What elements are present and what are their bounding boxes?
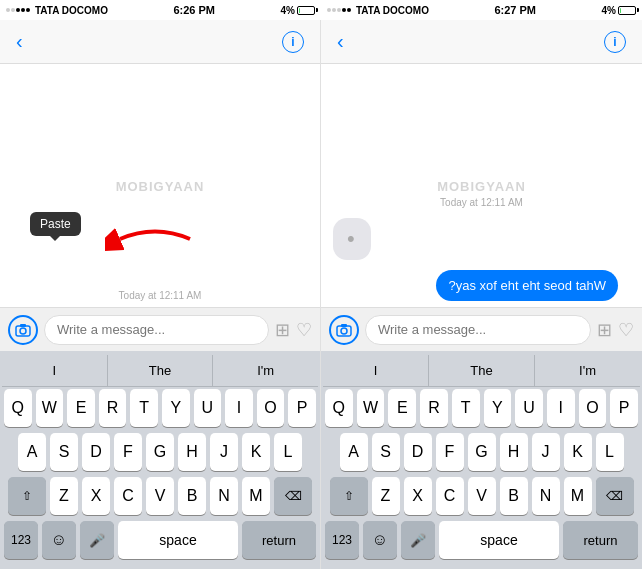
left-key-rows: Q W E R T Y U I O P A S D F G H — [2, 387, 318, 567]
key-i-left[interactable]: I — [225, 389, 253, 427]
key-p-right[interactable]: P — [610, 389, 638, 427]
key-k-right[interactable]: K — [564, 433, 592, 471]
key-o-right[interactable]: O — [579, 389, 607, 427]
key-f-right[interactable]: F — [436, 433, 464, 471]
key-h-right[interactable]: H — [500, 433, 528, 471]
left-info-button[interactable]: i — [282, 31, 304, 53]
key-b-right[interactable]: B — [500, 477, 528, 515]
key-x-right[interactable]: X — [404, 477, 432, 515]
key-r-right[interactable]: R — [420, 389, 448, 427]
key-m-left[interactable]: M — [242, 477, 270, 515]
key-u-right[interactable]: U — [515, 389, 543, 427]
left-back-button[interactable]: ‹ — [16, 30, 23, 53]
right-keyboard: I The I'm Q W E R T Y U I O P — [321, 351, 642, 569]
key-g-left[interactable]: G — [146, 433, 174, 471]
key-space-right[interactable]: space — [439, 521, 559, 559]
key-i-right[interactable]: I — [547, 389, 575, 427]
signal-left — [6, 8, 30, 12]
key-c-left[interactable]: C — [114, 477, 142, 515]
svg-point-5 — [341, 328, 347, 334]
key-v-left[interactable]: V — [146, 477, 174, 515]
right-info-button[interactable]: i — [604, 31, 626, 53]
key-e-right[interactable]: E — [388, 389, 416, 427]
left-suggest-the[interactable]: The — [108, 355, 214, 386]
key-c-right[interactable]: C — [436, 477, 464, 515]
key-e-left[interactable]: E — [67, 389, 95, 427]
key-k-left[interactable]: K — [242, 433, 270, 471]
right-suggest-the[interactable]: The — [429, 355, 535, 386]
key-x-left[interactable]: X — [82, 477, 110, 515]
key-q-right[interactable]: Q — [325, 389, 353, 427]
signal-right — [327, 8, 351, 12]
key-mic-right[interactable]: 🎤 — [401, 521, 435, 559]
key-d-right[interactable]: D — [404, 433, 432, 471]
key-y-right[interactable]: Y — [484, 389, 512, 427]
key-delete-right[interactable]: ⌫ — [596, 477, 634, 515]
key-w-left[interactable]: W — [36, 389, 64, 427]
right-message-input[interactable] — [365, 315, 591, 345]
key-m-right[interactable]: M — [564, 477, 592, 515]
left-suggest-i[interactable]: I — [2, 355, 108, 386]
right-row-2: A S D F G H J K L — [325, 433, 638, 471]
left-keyboard: I The I'm Q W E R T Y U I O P — [0, 351, 320, 569]
key-w-right[interactable]: W — [357, 389, 385, 427]
key-h-left[interactable]: H — [178, 433, 206, 471]
right-suggest-im[interactable]: I'm — [535, 355, 640, 386]
right-row-4: 123 ☺ 🎤 space return — [325, 521, 638, 559]
key-z-right[interactable]: Z — [372, 477, 400, 515]
key-space-left[interactable]: space — [118, 521, 238, 559]
left-row-2: A S D F G H J K L — [4, 433, 316, 471]
left-camera-button[interactable] — [8, 315, 38, 345]
right-image-icon[interactable]: ⊞ — [597, 319, 612, 341]
key-shift-left[interactable]: ⇧ — [8, 477, 46, 515]
key-shift-right[interactable]: ⇧ — [330, 477, 368, 515]
key-z-left[interactable]: Z — [50, 477, 78, 515]
key-b-left[interactable]: B — [178, 477, 206, 515]
key-l-left[interactable]: L — [274, 433, 302, 471]
red-arrow-icon — [105, 219, 195, 263]
key-d-left[interactable]: D — [82, 433, 110, 471]
key-num-right[interactable]: 123 — [325, 521, 359, 559]
key-j-right[interactable]: J — [532, 433, 560, 471]
key-emoji-left[interactable]: ☺ — [42, 521, 76, 559]
key-s-right[interactable]: S — [372, 433, 400, 471]
key-n-left[interactable]: N — [210, 477, 238, 515]
right-camera-button[interactable] — [329, 315, 359, 345]
key-a-left[interactable]: A — [18, 433, 46, 471]
svg-rect-3 — [20, 324, 26, 327]
key-t-right[interactable]: T — [452, 389, 480, 427]
key-o-left[interactable]: O — [257, 389, 285, 427]
key-r-left[interactable]: R — [99, 389, 127, 427]
key-emoji-right[interactable]: ☺ — [363, 521, 397, 559]
key-return-right[interactable]: return — [563, 521, 638, 559]
key-p-left[interactable]: P — [288, 389, 316, 427]
key-mic-left[interactable]: 🎤 — [80, 521, 114, 559]
typing-dots: • — [333, 218, 371, 260]
right-back-button[interactable]: ‹ — [337, 30, 344, 53]
left-suggest-im[interactable]: I'm — [213, 355, 318, 386]
key-num-left[interactable]: 123 — [4, 521, 38, 559]
key-y-left[interactable]: Y — [162, 389, 190, 427]
paste-tooltip[interactable]: Paste — [30, 212, 81, 236]
left-message-input[interactable] — [44, 315, 269, 345]
key-s-left[interactable]: S — [50, 433, 78, 471]
key-q-left[interactable]: Q — [4, 389, 32, 427]
key-n-right[interactable]: N — [532, 477, 560, 515]
key-t-left[interactable]: T — [130, 389, 158, 427]
key-v-right[interactable]: V — [468, 477, 496, 515]
key-l-right[interactable]: L — [596, 433, 624, 471]
right-heart-icon[interactable]: ♡ — [618, 319, 634, 341]
right-input-bar: ⊞ ♡ — [321, 307, 642, 351]
key-g-right[interactable]: G — [468, 433, 496, 471]
key-a-right[interactable]: A — [340, 433, 368, 471]
key-j-left[interactable]: J — [210, 433, 238, 471]
key-delete-left[interactable]: ⌫ — [274, 477, 312, 515]
right-message-text: What does the the fox say? — [448, 278, 606, 293]
key-f-left[interactable]: F — [114, 433, 142, 471]
key-return-left[interactable]: return — [242, 521, 316, 559]
key-u-left[interactable]: U — [194, 389, 222, 427]
left-image-icon[interactable]: ⊞ — [275, 319, 290, 341]
left-heart-icon[interactable]: ♡ — [296, 319, 312, 341]
left-timestamp: Today at 12:11 AM — [0, 284, 320, 307]
right-suggest-i[interactable]: I — [323, 355, 429, 386]
